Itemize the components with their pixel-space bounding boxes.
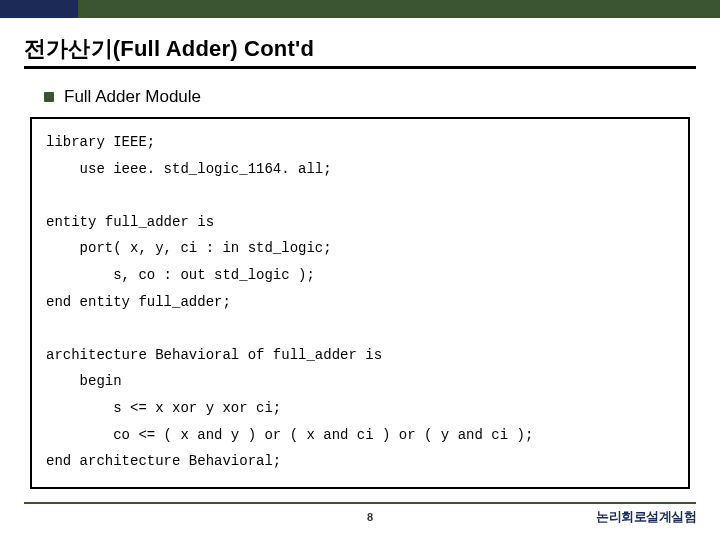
- code-line: s, co : out std_logic );: [46, 267, 315, 283]
- code-line: architecture Behavioral of full_adder is: [46, 347, 382, 363]
- top-bar: [0, 0, 720, 18]
- code-line: end architecture Behavioral;: [46, 453, 281, 469]
- code-line: port( x, y, ci : in std_logic;: [46, 240, 332, 256]
- content-area: Full Adder Module: [0, 73, 720, 107]
- top-bar-accent: [0, 0, 78, 18]
- page-number: 8: [144, 511, 596, 523]
- footer-label: 논리회로설계실험: [596, 508, 696, 526]
- slide-title: 전가산기(Full Adder) Cont'd: [24, 34, 696, 69]
- bullet-item: Full Adder Module: [44, 87, 696, 107]
- bullet-icon: [44, 92, 54, 102]
- code-line: end entity full_adder;: [46, 294, 231, 310]
- footer-rule: [24, 502, 696, 504]
- bullet-label: Full Adder Module: [64, 87, 201, 107]
- title-area: 전가산기(Full Adder) Cont'd: [0, 18, 720, 73]
- code-line: co <= ( x and y ) or ( x and ci ) or ( y…: [46, 427, 533, 443]
- code-line: use ieee. std_logic_1164. all;: [46, 161, 332, 177]
- code-line: begin: [46, 373, 122, 389]
- slide: 전가산기(Full Adder) Cont'd Full Adder Modul…: [0, 0, 720, 540]
- code-line: s <= x xor y xor ci;: [46, 400, 281, 416]
- code-line: library IEEE;: [46, 134, 155, 150]
- code-block: library IEEE; use ieee. std_logic_1164. …: [30, 117, 690, 489]
- footer: 8 논리회로설계실험: [0, 508, 720, 526]
- code-line: entity full_adder is: [46, 214, 214, 230]
